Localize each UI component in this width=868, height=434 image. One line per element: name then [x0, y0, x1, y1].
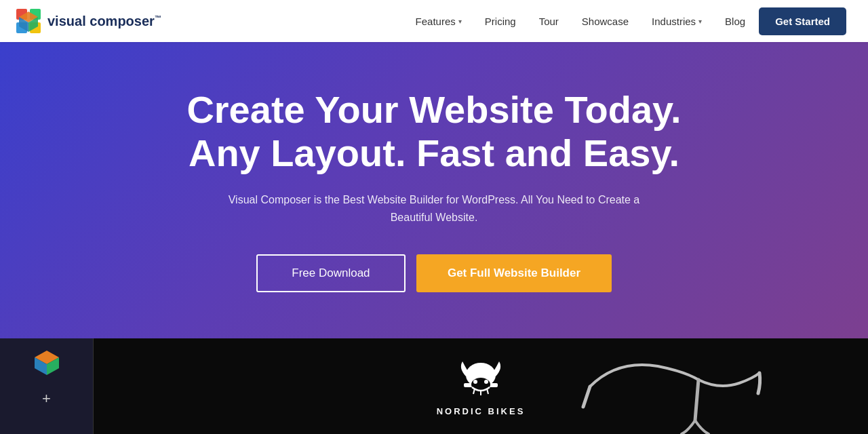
hero-section: Create Your Website Today. Any Layout. F…: [0, 42, 868, 338]
viking-helmet-icon: [457, 356, 505, 403]
bike-image: [576, 346, 766, 434]
full-builder-button[interactable]: Get Full Website Builder: [416, 254, 612, 292]
preview-main: NORDIC BIKES: [94, 338, 868, 434]
svg-line-16: [473, 389, 475, 394]
header: visual composer™ Features ▾ Pricing Tour…: [0, 0, 868, 42]
nav-item-blog[interactable]: Blog: [715, 10, 755, 33]
svg-line-19: [695, 380, 698, 420]
nav-item-features[interactable]: Features ▾: [406, 10, 471, 33]
chevron-down-icon: ▾: [698, 18, 702, 25]
logo-text: visual composer™: [47, 14, 161, 29]
svg-point-14: [473, 380, 477, 384]
add-element-button[interactable]: +: [42, 390, 51, 408]
preview-strip: +: [0, 338, 868, 434]
svg-line-18: [487, 389, 488, 394]
chevron-down-icon: ▾: [458, 18, 462, 25]
nav-item-industries[interactable]: Industries ▾: [642, 10, 711, 33]
nav-item-showcase[interactable]: Showcase: [572, 10, 638, 33]
nav-item-pricing[interactable]: Pricing: [475, 10, 526, 33]
hero-buttons: Free Download Get Full Website Builder: [256, 254, 612, 292]
nav-item-tour[interactable]: Tour: [530, 10, 568, 33]
svg-point-15: [484, 380, 488, 384]
get-started-button[interactable]: Get Started: [759, 7, 846, 35]
free-download-button[interactable]: Free Download: [256, 254, 406, 292]
sidebar-logo-icon: [33, 349, 60, 376]
nordic-bikes-label: NORDIC BIKES: [437, 406, 526, 416]
main-nav: Features ▾ Pricing Tour Showcase Industr…: [406, 7, 846, 35]
preview-sidebar: +: [0, 338, 94, 434]
logo[interactable]: visual composer™: [16, 9, 161, 33]
nordic-bikes-logo: NORDIC BIKES: [437, 356, 526, 416]
logo-icon: [16, 9, 41, 33]
hero-subtitle: Visual Composer is the Best Website Buil…: [210, 191, 658, 226]
hero-title: Create Your Website Today. Any Layout. F…: [186, 88, 681, 176]
